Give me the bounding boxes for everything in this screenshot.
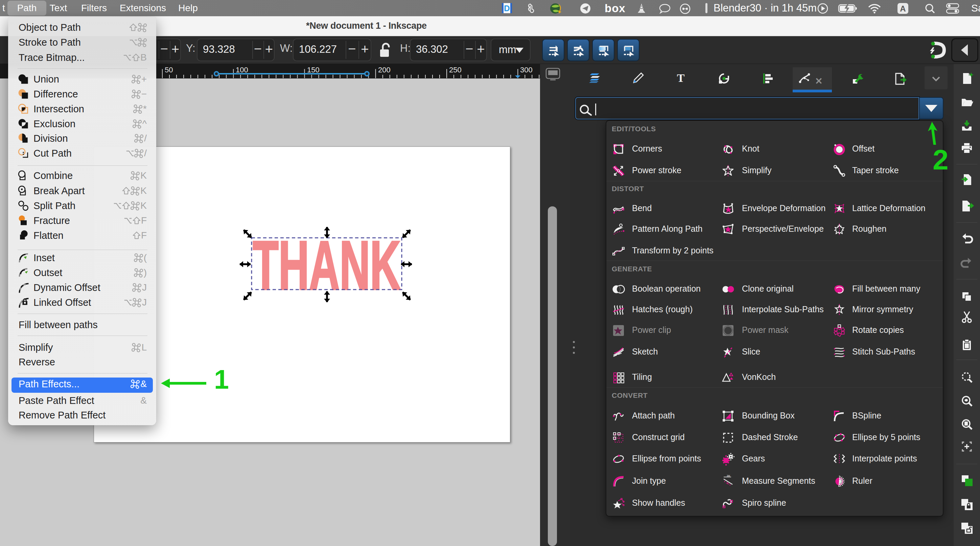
svg-text:T: T xyxy=(677,72,685,84)
svg-text:200: 200 xyxy=(378,65,391,74)
svg-text:250: 250 xyxy=(449,65,461,74)
svg-text:3M: 3M xyxy=(727,474,730,477)
svg-text:150: 150 xyxy=(307,65,320,74)
svg-text:300: 300 xyxy=(520,65,533,74)
svg-text:A: A xyxy=(900,4,905,13)
svg-text:D: D xyxy=(504,4,510,13)
svg-text:50: 50 xyxy=(165,65,173,74)
svg-text:100: 100 xyxy=(236,65,248,74)
